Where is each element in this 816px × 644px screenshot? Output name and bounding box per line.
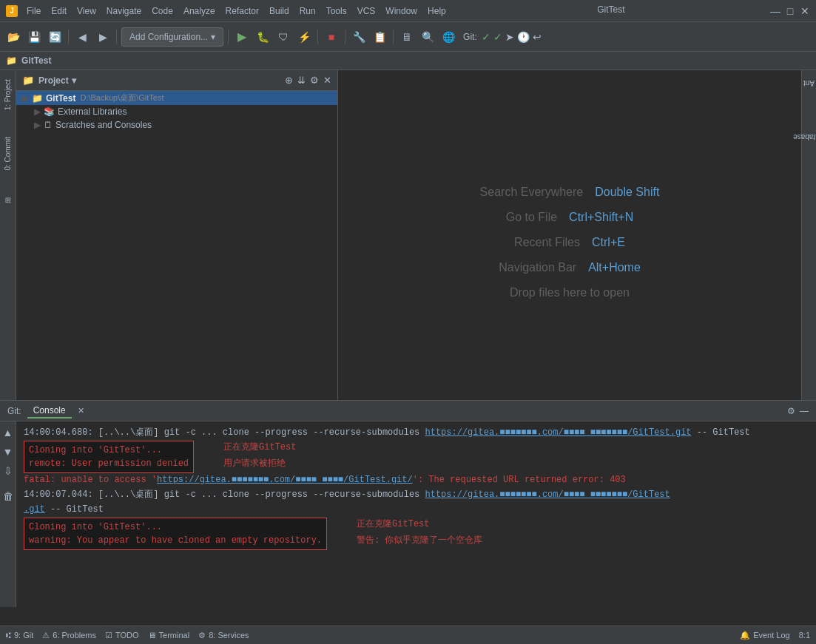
- profile-button[interactable]: ⚡: [295, 28, 313, 46]
- locate-in-tree-icon[interactable]: ⊕: [285, 75, 293, 86]
- vcs-button[interactable]: 📋: [371, 28, 388, 46]
- services-icon: ⚙: [198, 631, 206, 640]
- menu-edit[interactable]: Edit: [47, 4, 71, 18]
- scroll-up-icon[interactable]: ▲: [0, 424, 16, 441]
- nav-bar-label: Navigation Bar: [499, 261, 576, 274]
- sidebar-item-commit[interactable]: 0: Commit: [1, 131, 14, 177]
- project-dropdown-icon[interactable]: ▾: [72, 75, 76, 86]
- shortcut-nav-bar: Navigation Bar Alt+Home: [499, 261, 641, 274]
- menu-window[interactable]: Window: [381, 4, 422, 18]
- shortcut-drop-files: Drop files here to open: [510, 286, 630, 299]
- menu-vcs[interactable]: VCS: [353, 4, 380, 18]
- save-all-button[interactable]: 💾: [25, 28, 43, 46]
- app-icon: J: [6, 5, 18, 17]
- error-annotation-2: 正在克隆GitTest 警告: 你似乎克隆了一个空仓库: [357, 518, 482, 547]
- shortcut-search: Search Everywhere Double Shift: [480, 186, 660, 199]
- drop-files-label: Drop files here to open: [510, 286, 630, 299]
- left-sidebar-tabs: 1: Project 0: Commit ⊞: [0, 70, 16, 415]
- tree-item-gittest[interactable]: ▶ 📁 GitTest D:\Backup\桌面\GitTest: [16, 91, 337, 105]
- debug-button[interactable]: 🐛: [254, 28, 272, 46]
- sidebar-item-io[interactable]: ⊞: [1, 191, 14, 209]
- status-todo[interactable]: ☑ TODO: [105, 631, 139, 640]
- event-log-icon: 🔔: [740, 631, 750, 640]
- ext-lib-icon: 📚: [44, 106, 55, 117]
- menu-tools[interactable]: Tools: [322, 4, 351, 18]
- terminal-button[interactable]: 🖥: [398, 28, 416, 46]
- git-status-label: 9: Git: [14, 631, 33, 640]
- git-label: Git:: [463, 32, 477, 42]
- fatal-link[interactable]: https://gitea.■■■■■■■.com/■■■■ ■■■■/GitT…: [157, 475, 413, 485]
- console-close-tab-icon[interactable]: ✕: [78, 406, 84, 416]
- menu-refactor[interactable]: Refactor: [221, 4, 263, 18]
- permission-denied-line: remote: User permission denied: [29, 457, 189, 470]
- console-link-2[interactable]: https://gitea.■■■■■■■.com/■■■■ ■■■■■■■/G…: [425, 489, 670, 500]
- settings-icon[interactable]: ⚙: [310, 75, 319, 86]
- clear-console-icon[interactable]: 🗑: [0, 488, 16, 504]
- menu-help[interactable]: Help: [423, 4, 451, 18]
- recent-files-label: Recent Files: [514, 236, 580, 249]
- todo-label: TODO: [115, 631, 139, 640]
- console-close-icon[interactable]: —: [800, 406, 809, 416]
- console-error-block-2: Cloning into 'GitTest'... warning: You a…: [24, 518, 809, 550]
- error-annotation-1: 正在克隆GitTest 用户请求被拒绝: [223, 441, 296, 470]
- menu-navigate[interactable]: Navigate: [102, 4, 146, 18]
- menu-run[interactable]: Run: [295, 4, 320, 18]
- status-problems[interactable]: ⚠ 6: Problems: [42, 631, 96, 640]
- sync-button[interactable]: 🔄: [46, 28, 64, 46]
- close-button[interactable]: ✕: [800, 6, 810, 16]
- open-file-button[interactable]: 📂: [4, 28, 22, 46]
- coverage-button[interactable]: 🛡: [274, 28, 292, 46]
- title-bar: J File Edit View Navigate Code Analyze R…: [0, 0, 816, 22]
- tree-expand-icon: ▶: [22, 93, 29, 104]
- menu-build[interactable]: Build: [265, 4, 294, 18]
- main-area: 1: Project 0: Commit ⊞ 📁 Project ▾ ⊕ ⇊ ⚙…: [0, 70, 816, 415]
- project-name: GitTest: [21, 55, 51, 66]
- console-header: Git: Console ✕ ⚙ —: [0, 401, 816, 421]
- menu-analyze[interactable]: Analyze: [179, 4, 220, 18]
- run-button[interactable]: ▶: [233, 28, 251, 46]
- separator-5: [345, 30, 345, 44]
- stop-button[interactable]: ■: [323, 28, 340, 46]
- separator-2: [116, 30, 117, 44]
- status-git[interactable]: ⑆ 9: Git: [6, 631, 33, 640]
- project-title-label: Project ▾: [38, 75, 76, 86]
- scroll-to-end-icon[interactable]: ⇩: [0, 463, 16, 479]
- menu-code[interactable]: Code: [147, 4, 178, 18]
- cursor-position: 8:1: [799, 631, 810, 640]
- gittest-label: GitTest: [46, 93, 75, 104]
- console-link-2b[interactable]: .git: [24, 504, 45, 515]
- more-tools-button[interactable]: 🔧: [350, 28, 368, 46]
- minimize-button[interactable]: —: [770, 6, 780, 16]
- maximize-button[interactable]: □: [785, 6, 795, 16]
- collapse-all-icon[interactable]: ⇊: [297, 75, 306, 86]
- tree-item-external-libraries[interactable]: ▶ 📚 External Libraries: [28, 105, 337, 118]
- ant-tab[interactable]: Ant: [799, 78, 816, 89]
- status-services[interactable]: ⚙ 8: Services: [198, 631, 249, 640]
- console-tab[interactable]: Console: [27, 404, 72, 418]
- database-tab[interactable]: Database: [789, 132, 816, 143]
- console-link-1[interactable]: https://gitea.■■■■■■■.com/■■■■ ■■■■■■■/G…: [425, 427, 691, 438]
- shortcut-goto-file: Go to File Ctrl+Shift+N: [506, 211, 634, 224]
- menu-view[interactable]: View: [73, 4, 101, 18]
- close-panel-icon[interactable]: ✕: [323, 75, 331, 86]
- add-configuration-button[interactable]: Add Configuration... ▾: [121, 27, 223, 47]
- tree-item-scratches[interactable]: ▶ 🗒 Scratches and Consoles: [28, 118, 337, 132]
- search-button[interactable]: 🔍: [419, 28, 436, 46]
- scroll-down-icon[interactable]: ▼: [0, 444, 16, 460]
- sidebar-item-project[interactable]: 1: Project: [1, 73, 14, 116]
- status-bar: ⑆ 9: Git ⚠ 6: Problems ☑ TODO 🖥 Terminal…: [0, 626, 816, 644]
- project-folder-icon: 📁: [32, 93, 43, 104]
- translate-button[interactable]: 🌐: [439, 28, 457, 46]
- goto-file-label: Go to File: [506, 211, 557, 224]
- status-terminal[interactable]: 🖥 Terminal: [148, 631, 190, 640]
- status-bar-right: 🔔 Event Log 8:1: [740, 631, 810, 640]
- back-button[interactable]: ◀: [73, 28, 91, 46]
- console-output: 14:00:04.680: [..\..\桌面] git -c ... clon…: [16, 421, 816, 607]
- menu-file[interactable]: File: [22, 4, 45, 18]
- recent-files-keys: Ctrl+E: [592, 236, 625, 249]
- console-settings-icon[interactable]: ⚙: [787, 406, 795, 416]
- console-git-label: Git:: [7, 406, 21, 416]
- terminal-status-icon: 🖥: [148, 631, 156, 640]
- forward-button[interactable]: ▶: [94, 28, 112, 46]
- event-log-button[interactable]: 🔔 Event Log: [740, 631, 790, 640]
